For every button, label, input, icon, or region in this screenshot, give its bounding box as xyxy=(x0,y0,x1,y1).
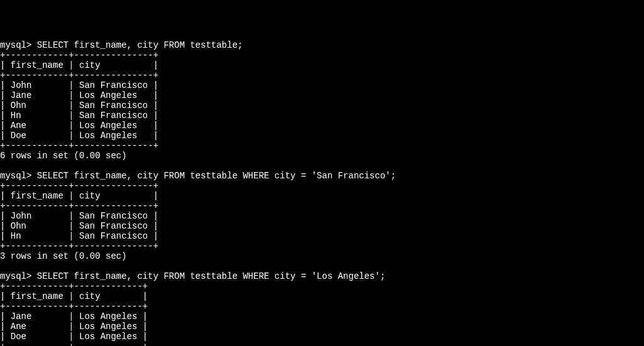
terminal-output: mysql> SELECT first_name, city FROM test… xyxy=(0,40,396,346)
mysql-terminal[interactable]: mysql> SELECT first_name, city FROM test… xyxy=(0,40,644,346)
